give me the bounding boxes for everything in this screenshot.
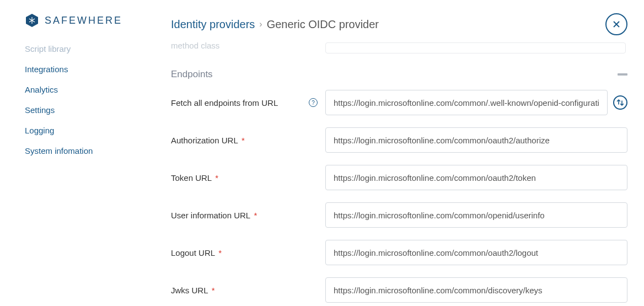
content-scroll: method class Endpoints Fetch all endpoin…: [171, 41, 627, 306]
sync-arrows-icon: [616, 98, 625, 107]
breadcrumb-current: Generic OIDC provider: [267, 18, 379, 31]
breadcrumb-parent[interactable]: Identity providers: [171, 18, 255, 31]
section-header-endpoints[interactable]: Endpoints: [171, 53, 627, 90]
label-authorization-url: Authorization URL *: [171, 136, 309, 145]
label-fetch-url: Fetch all endpoints from URL: [171, 98, 309, 108]
sidebar-item-script-library: Script library: [25, 39, 154, 59]
section-title: Endpoints: [171, 69, 213, 80]
input-logout-url[interactable]: [325, 240, 627, 265]
input-authorization-url[interactable]: [325, 127, 627, 153]
sidebar: SAFEWHERE Script library Integrations An…: [0, 0, 154, 306]
sidebar-item-analytics[interactable]: Analytics: [25, 79, 154, 100]
help-icon[interactable]: ?: [309, 98, 318, 107]
chevron-right-icon: ›: [259, 19, 262, 29]
row-fetch-url: Fetch all endpoints from URL ?: [171, 90, 627, 115]
sidebar-item-settings[interactable]: Settings: [25, 100, 154, 120]
collapse-icon[interactable]: [618, 73, 627, 76]
input-token-url[interactable]: [325, 165, 627, 190]
logo-icon: [25, 13, 39, 28]
close-button[interactable]: [605, 13, 627, 35]
input-userinfo-url[interactable]: [325, 202, 627, 228]
breadcrumb-bar: Identity providers › Generic OIDC provid…: [171, 0, 627, 41]
sidebar-item-integrations[interactable]: Integrations: [25, 59, 154, 79]
label-logout-url: Logout URL *: [171, 248, 309, 257]
main-content: Identity providers › Generic OIDC provid…: [171, 0, 627, 306]
sidebar-item-logging[interactable]: Logging: [25, 120, 154, 141]
label-token-url: Token URL *: [171, 173, 309, 182]
sidebar-item-system-information[interactable]: System infomation: [25, 141, 154, 161]
fetch-button[interactable]: [613, 95, 627, 110]
label-userinfo-url: User information URL *: [171, 211, 309, 220]
row-logout-url: Logout URL *: [171, 240, 627, 265]
close-icon: [612, 20, 621, 29]
logo: SAFEWHERE: [0, 13, 154, 28]
breadcrumb: Identity providers › Generic OIDC provid…: [171, 18, 379, 31]
input-fetch-url[interactable]: [325, 90, 608, 115]
previous-field-input-edge: [325, 42, 626, 53]
row-userinfo-url: User information URL *: [171, 202, 627, 228]
row-jwks-url: Jwks URL *: [171, 277, 627, 303]
input-jwks-url[interactable]: [325, 277, 627, 303]
nav-list: Script library Integrations Analytics Se…: [0, 39, 154, 161]
row-token-url: Token URL *: [171, 165, 627, 190]
row-authorization-url: Authorization URL *: [171, 127, 627, 153]
brand-text: SAFEWHERE: [45, 15, 122, 26]
label-jwks-url: Jwks URL *: [171, 286, 309, 295]
